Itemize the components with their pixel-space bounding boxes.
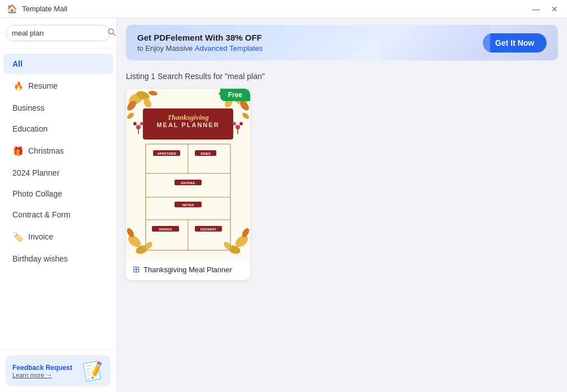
svg-point-46 xyxy=(140,122,143,125)
sidebar-footer: Feedback Request Learn more → 📝 xyxy=(0,349,116,392)
sidebar-item-resume[interactable]: 🔥 Resume xyxy=(3,75,113,97)
main-layout: All 🔥 Resume Business Education 🎁 Christ… xyxy=(0,18,567,392)
fire-icon: 🔥 xyxy=(12,80,24,92)
template-grid: Thanksgiving MEAL PLANNER APPETIZER xyxy=(126,89,558,280)
feedback-text-block: Feedback Request Learn more → xyxy=(12,364,72,378)
title-bar-controls: — ✕ xyxy=(530,3,560,15)
sidebar-label-business: Business xyxy=(12,103,45,112)
template-card-footer: ⊞ Thanksgiving Meal Planner xyxy=(126,258,250,280)
svg-text:Thanksgiving: Thanksgiving xyxy=(167,113,209,121)
sidebar-item-education[interactable]: Education xyxy=(3,119,113,139)
sidebar-item-birthdaywishes[interactable]: Birthday wishes xyxy=(3,249,113,269)
svg-text:DESSERT: DESSERT xyxy=(200,228,217,231)
results-title: Listing 1 Search Results for "meal plan" xyxy=(126,72,558,81)
sidebar-item-2024planner[interactable]: 2024 Planner xyxy=(3,163,113,183)
minimize-button[interactable]: — xyxy=(530,3,542,15)
banner-text-block: Get PDFelement With 38% OFF to Enjoy Mas… xyxy=(137,33,263,53)
get-it-now-button[interactable]: Get It Now xyxy=(483,33,547,53)
title-bar-left: 🏠 Template Mall xyxy=(7,4,67,14)
search-input-wrap xyxy=(6,25,111,41)
sidebar-label-photocollage: Photo Collage xyxy=(12,189,62,198)
svg-text:DRINKS: DRINKS xyxy=(159,228,172,231)
svg-text:ENTREE: ENTREE xyxy=(181,181,195,185)
svg-text:SIDES: SIDES xyxy=(200,152,211,155)
search-input[interactable] xyxy=(12,29,107,37)
app-title: Template Mall xyxy=(22,5,67,13)
banner-highlight: Advanced Templates xyxy=(195,44,263,53)
sidebar-label-birthdaywishes: Birthday wishes xyxy=(12,254,68,263)
sidebar-label-christmas: Christmas xyxy=(28,146,64,155)
svg-text:NOTES: NOTES xyxy=(182,203,194,207)
sidebar-label-2024planner: 2024 Planner xyxy=(12,168,59,177)
sidebar-item-invoice[interactable]: 🏷️ Invoice xyxy=(3,225,113,248)
title-bar: 🏠 Template Mall — ✕ xyxy=(0,0,567,18)
sidebar-label-contractform: Contract & Form xyxy=(12,210,71,219)
gift-icon: 🎁 xyxy=(12,145,24,156)
home-icon: 🏠 xyxy=(7,4,18,14)
sidebar-item-contractform[interactable]: Contract & Form xyxy=(3,204,113,225)
template-name: Thanksgiving Meal Planner xyxy=(143,265,232,274)
svg-point-50 xyxy=(239,122,243,125)
search-container xyxy=(0,18,116,49)
feedback-card[interactable]: Feedback Request Learn more → 📝 xyxy=(6,355,111,386)
feedback-learn-more[interactable]: Learn more → xyxy=(12,372,72,378)
sidebar-label-invoice: Invoice xyxy=(28,232,53,241)
search-button[interactable] xyxy=(107,28,117,38)
template-thumbnail: Thanksgiving MEAL PLANNER APPETIZER xyxy=(126,89,250,258)
svg-line-1 xyxy=(113,33,115,36)
feedback-icon: 📝 xyxy=(81,359,106,382)
sidebar-label-all: All xyxy=(12,59,23,68)
content-area: Get PDFelement With 38% OFF to Enjoy Mas… xyxy=(117,18,567,392)
feedback-title: Feedback Request xyxy=(12,364,72,372)
svg-point-49 xyxy=(233,122,236,125)
banner-subtitle: to Enjoy Massive Advanced Templates xyxy=(137,44,263,53)
sidebar-label-resume: Resume xyxy=(28,81,58,90)
free-badge: Free xyxy=(220,89,250,101)
search-icon xyxy=(108,28,116,36)
template-type-icon: ⊞ xyxy=(133,264,140,275)
sidebar-item-christmas[interactable]: 🎁 Christmas xyxy=(3,140,113,162)
banner-bg-decor xyxy=(377,25,490,60)
results-area: Listing 1 Search Results for "meal plan" xyxy=(117,66,567,392)
template-card-thanksgiving[interactable]: Thanksgiving MEAL PLANNER APPETIZER xyxy=(126,89,250,280)
close-button[interactable]: ✕ xyxy=(549,3,560,15)
promo-banner: Get PDFelement With 38% OFF to Enjoy Mas… xyxy=(126,25,558,60)
svg-text:APPETIZER: APPETIZER xyxy=(157,152,176,155)
tag-icon: 🏷️ xyxy=(12,231,24,242)
svg-text:MEAL PLANNER: MEAL PLANNER xyxy=(156,121,219,128)
sidebar-nav-list: All 🔥 Resume Business Education 🎁 Christ… xyxy=(0,49,116,349)
sidebar-item-business[interactable]: Business xyxy=(3,98,113,118)
sidebar-label-education: Education xyxy=(12,124,47,133)
banner-title: Get PDFelement With 38% OFF xyxy=(137,33,263,42)
sidebar-item-photocollage[interactable]: Photo Collage xyxy=(3,184,113,204)
sidebar: All 🔥 Resume Business Education 🎁 Christ… xyxy=(0,18,117,392)
meal-planner-svg: Thanksgiving MEAL PLANNER APPETIZER xyxy=(126,89,250,258)
sidebar-item-all[interactable]: All xyxy=(3,54,113,74)
svg-point-47 xyxy=(133,122,137,125)
